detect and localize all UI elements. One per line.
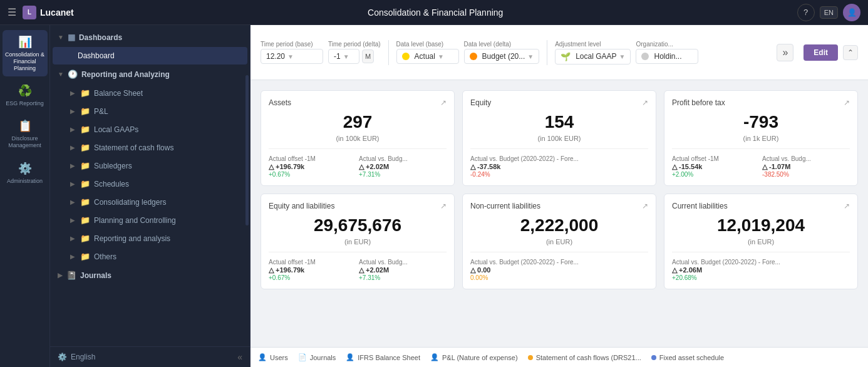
- organization-select[interactable]: Holdin...: [636, 49, 698, 64]
- tree-content: ▼ ▦ Dashboards Dashboard ▼ 🕐 Reporting a…: [50, 25, 250, 346]
- metric-title-assets: Assets: [269, 98, 291, 107]
- metric-expand-icon-current-liabilities[interactable]: ↗: [844, 202, 850, 210]
- reporting-analysis-folder-icon: 📁: [80, 234, 90, 243]
- metric-comp1-assets: Actual offset -1M △ +196.79k +0.67%: [269, 155, 356, 178]
- cash-flows-drs-dot: [528, 355, 533, 360]
- icon-sidebar: 📊 Consolidation & Financial Planning ♻️ …: [0, 25, 50, 367]
- pl-chevron-icon: ▶: [70, 108, 75, 115]
- sidebar-item-disclosure[interactable]: 📋 Disclosure Management: [3, 114, 48, 154]
- metric-title-profit-before-tax: Profit before tax: [672, 98, 725, 107]
- language-selector-tree[interactable]: ⚙️ English: [58, 353, 95, 361]
- metric-comp1-label-current-liabilities: Actual vs. Budget (2020-2022) - Fore...: [672, 259, 850, 266]
- tree-item-pl[interactable]: ▶ 📁 P&L: [53, 102, 247, 120]
- time-period-base-value: 12.20: [266, 52, 285, 61]
- metric-expand-icon-profit-before-tax[interactable]: ↗: [844, 98, 850, 107]
- organization-label: Organizatio...: [636, 41, 698, 48]
- journals-status-icon: 📄: [298, 353, 307, 361]
- metric-divider-equity-liabilities: [269, 252, 447, 252]
- metric-expand-icon-non-current-liabilities[interactable]: ↗: [642, 202, 648, 210]
- metric-comp2-profit-before-tax: Actual vs. Budg... △ -1.07M -382.50%: [762, 155, 850, 178]
- time-period-delta-value: -1: [334, 52, 341, 61]
- metric-unit-assets: (in 100k EUR): [269, 135, 447, 142]
- data-level-base-chevron-icon: ▼: [438, 53, 444, 60]
- status-item-journals[interactable]: 📄 Journals: [298, 353, 336, 361]
- adjustment-level-select[interactable]: 🌱 Local GAAP ▼: [555, 49, 631, 65]
- local-gaap-icon: 🌱: [561, 52, 571, 61]
- user-avatar[interactable]: 👤: [843, 4, 860, 21]
- metric-header-non-current-liabilities: Non-current liabilities ↗: [470, 202, 648, 210]
- time-period-base-select[interactable]: 12.20 ▼: [261, 49, 323, 64]
- sidebar-item-consolidation-label: Consolidation & Financial Planning: [5, 51, 45, 71]
- lang-label: English: [71, 353, 95, 361]
- dashboards-section-header[interactable]: ▼ ▦ Dashboards: [50, 28, 250, 47]
- status-item-ifrs-balance[interactable]: 👤 IFRS Balance Sheet: [346, 353, 420, 361]
- tree-item-reporting-analysis[interactable]: ▶ 📁 Reporting and analysis: [53, 229, 247, 247]
- metric-expand-icon-equity-liabilities[interactable]: ↗: [440, 202, 447, 210]
- journals-chevron-icon: ▶: [58, 272, 63, 279]
- status-item-cash-flows-drs[interactable]: Statement of cash flows (DRS21...: [528, 354, 641, 361]
- metric-comp1-pct-equity-liabilities: +0.67%: [269, 274, 356, 281]
- metric-comps-current-liabilities: Actual vs. Budget (2020-2022) - Fore... …: [672, 259, 850, 281]
- sidebar-item-admin[interactable]: ⚙️ Administration: [3, 157, 48, 189]
- filter-bar: Time period (base) 12.20 ▼ Time period (…: [251, 25, 868, 80]
- cash-flows-label: Statement of cash flows: [94, 143, 173, 152]
- menu-icon[interactable]: ☰: [8, 6, 16, 18]
- status-item-pl-nature[interactable]: 👤 P&L (Nature of expense): [430, 353, 518, 361]
- esg-icon: ♻️: [18, 84, 32, 98]
- tree-item-others[interactable]: ▶ 📁 Others: [53, 247, 247, 266]
- sidebar-collapse-button[interactable]: «: [237, 352, 242, 362]
- tree-item-subledgers[interactable]: ▶ 📁 Subledgers: [53, 157, 247, 175]
- journals-section-header[interactable]: ▶ 📓 Journals: [50, 266, 250, 285]
- metric-divider-current-liabilities: [672, 252, 850, 252]
- metric-comp1-non-current-liabilities: Actual vs. Budget (2020-2022) - Fore... …: [470, 259, 648, 281]
- metric-comp1-profit-before-tax: Actual offset -1M △ -15.54k +2.00%: [672, 155, 760, 178]
- data-level-delta-select[interactable]: Budget (20... ▼: [464, 49, 540, 64]
- journals-label: Journals: [80, 271, 111, 280]
- edit-button[interactable]: Edit: [803, 44, 838, 61]
- schedules-chevron-icon: ▶: [70, 180, 75, 187]
- filter-expand-button[interactable]: »: [777, 44, 793, 61]
- filter-collapse-button[interactable]: ⌃: [843, 45, 858, 60]
- tree-item-local-gaaps[interactable]: ▶ 📁 Local GAAPs: [53, 120, 247, 138]
- data-level-base-value: Actual: [415, 52, 435, 61]
- main-content: Time period (base) 12.20 ▼ Time period (…: [251, 25, 868, 367]
- metric-value-assets: 297: [269, 112, 447, 132]
- tree-item-planning-controlling[interactable]: ▶ 📁 Planning and Controlling: [53, 211, 247, 229]
- time-period-base-chevron-icon: ▼: [287, 53, 294, 60]
- balance-sheet-label: Balance Sheet: [94, 89, 143, 98]
- local-gaaps-chevron-icon: ▶: [70, 126, 75, 133]
- local-gaaps-folder-icon: 📁: [80, 125, 90, 134]
- metric-expand-icon-equity[interactable]: ↗: [642, 98, 648, 107]
- metric-card-equity: Equity ↗ 154 (in 100k EUR) Actual vs. Bu…: [462, 90, 656, 186]
- metric-divider-assets: [269, 148, 447, 149]
- reporting-analysis-chevron-icon: ▶: [70, 235, 75, 242]
- status-item-fixed-asset[interactable]: Fixed asset schedule: [651, 354, 724, 361]
- status-item-users[interactable]: 👤 Users: [258, 353, 288, 361]
- help-button[interactable]: ?: [797, 4, 815, 21]
- metric-header-equity: Equity ↗: [470, 98, 648, 107]
- reporting-icon: 🕐: [68, 70, 78, 79]
- tree-item-dashboard[interactable]: Dashboard: [53, 47, 247, 65]
- local-gaaps-label: Local GAAPs: [94, 125, 138, 134]
- language-selector[interactable]: EN: [820, 6, 838, 19]
- metric-comp1-label-non-current-liabilities: Actual vs. Budget (2020-2022) - Fore...: [470, 259, 648, 266]
- tree-item-balance-sheet[interactable]: ▶ 📁 Balance Sheet: [53, 84, 247, 102]
- tree-item-schedules[interactable]: ▶ 📁 Schedules: [53, 175, 247, 193]
- budget-icon: [470, 53, 477, 60]
- tree-item-consolidating-ledgers[interactable]: ▶ 📁 Consolidating ledgers: [53, 193, 247, 211]
- metric-comp2-assets: Actual vs. Budg... △ +2.02M +7.31%: [359, 155, 447, 178]
- sidebar-item-esg[interactable]: ♻️ ESG Reporting: [3, 79, 48, 111]
- metric-comp2-pct-equity-liabilities: +7.31%: [359, 274, 447, 281]
- filter-group-time-delta: Time period (delta) -1 ▼ M: [328, 41, 381, 64]
- metric-expand-icon-assets[interactable]: ↗: [440, 98, 447, 107]
- fixed-asset-label: Fixed asset schedule: [659, 354, 724, 361]
- sidebar-item-consolidation[interactable]: 📊 Consolidation & Financial Planning: [3, 30, 48, 76]
- data-level-base-select[interactable]: Actual ▼: [396, 49, 459, 64]
- filter-divider-1: [388, 40, 389, 65]
- metric-title-equity: Equity: [470, 98, 491, 107]
- tree-item-cash-flows[interactable]: ▶ 📁 Statement of cash flows: [53, 138, 247, 157]
- metric-comp2-value-assets: △ +2.02M: [359, 162, 447, 171]
- pl-label: P&L: [94, 107, 108, 116]
- time-period-delta-select[interactable]: -1 ▼: [328, 49, 359, 64]
- reporting-section-header[interactable]: ▼ 🕐 Reporting and Analyzing: [50, 65, 250, 84]
